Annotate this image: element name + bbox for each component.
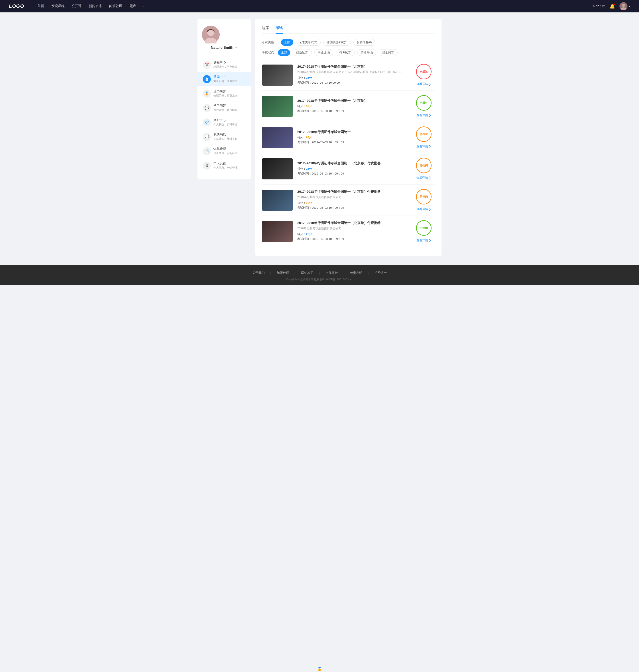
tab-question-bank[interactable]: 题库 [262,26,269,34]
filter-reviewed-status[interactable]: 已批阅(2) [379,49,398,56]
exam-thumb-6 [262,221,293,242]
exam-item-1: 2017–2018年行测证件考试全国统一（北京卷） 2018年行测考试是最值得多… [262,60,435,91]
view-detail-3[interactable]: 查看详情 ❯ [417,145,431,148]
exam-time-4: 考试时间：2019–05–03 10：09：09 [297,172,408,176]
status-stamp-2: 已通过 [416,95,432,111]
filter-cert-type[interactable]: 证书类考试(4) [296,39,321,46]
sidebar-item-account[interactable]: 💎 账户中心 个人权益、实时掌握 [198,115,251,129]
exam-time-6: 考试时间：2019–05–03 10：09：09 [297,237,408,241]
course-title: 课程中心 [214,61,237,65]
filter-paid-type[interactable]: 付费批卷(6) [354,39,375,46]
exam-item-2: 2017–2018年行测证件考试全国统一（北京卷） 得分：99分 考试时间：20… [262,91,435,122]
footer-links: 关于我们｜加盟代理｜网站地图｜合作伙伴｜免责声明｜招贤纳士 [0,271,639,275]
nav-more[interactable]: ··· [143,4,147,9]
exam-action-3: 待考试 查看详情 ❯ [413,126,435,148]
sidebar-item-course[interactable]: 📅 课程中心 精彩课程，不容错过 [198,58,251,72]
order-icon: 📄 [203,147,211,155]
message-sub: 消息通知、及时了解 [214,137,237,141]
status-stamp-3: 待考试 [416,126,432,142]
nav-open[interactable]: 公开课 [72,4,82,9]
exam-status-filter-row: 考试状态 全部 已通过(2) 未通过(2) 待考试(2) 待批阅(2) 已批阅(… [262,49,435,56]
filter-pending-review-status[interactable]: 待批阅(2) [357,49,376,56]
status-stamp-6: 已批阅 [416,220,432,236]
tab-exam[interactable]: 考试 [276,26,283,34]
view-detail-4[interactable]: 查看详情 ❯ [417,176,431,180]
honor-sub: 收获荣誉，持证上岗 [214,94,237,98]
exam-title-6: 2017–2018年行测证件考试全国统一（北京卷）付费批卷 [297,221,408,225]
exam-title-5: 2017–2018年行测证件考试全国统一（北京卷）付费批卷 [297,190,408,194]
page-tabs: 题库 考试 [262,26,435,34]
nav-courses[interactable]: 发现课程 [51,4,65,9]
course-text: 课程中心 精彩课程，不容错过 [214,61,237,69]
exam-item-4: 2017–2018年行测证件考试全国统一（北京卷）付费批卷 得分：25分 考试时… [262,153,435,185]
sidebar-item-order[interactable]: 📄 订单管理 订单支出、明明白白 [198,144,251,158]
exam-desc-1: 2018年行测考试是最值得多去研究 2018年行测考试是最值得多去研究 2018… [297,70,408,74]
filter-pending-exam-status[interactable]: 待考试(2) [336,49,355,56]
footer-link-5[interactable]: 招贤纳士 [374,271,387,275]
exam-thumb-5 [262,190,293,211]
view-detail-1[interactable]: 查看详情 ❯ [417,82,431,86]
user-avatar-wrap[interactable]: ▾ [620,2,630,10]
exam-desc-6: 2018年行测考试是最值得多去研究 [297,226,408,230]
view-detail-6[interactable]: 查看详情 ❯ [417,238,431,242]
nav-bank[interactable]: 题库 [129,4,136,9]
view-detail-2[interactable]: 查看详情 ❯ [417,113,431,117]
sidebar: 🥇 Natalie Smith ✏ 📅 课程中心 精彩课程，不容错过 📋 题库中… [198,19,251,179]
svg-point-1 [622,4,625,7]
nav-news[interactable]: 新闻资讯 [89,4,102,9]
study-qa-title: 学习问答 [214,104,237,108]
sidebar-item-message[interactable]: 💭 我的消息 消息通知、及时了解 [198,129,251,144]
exam-info-6: 2017–2018年行测证件考试全国统一（北京卷）付费批卷 2018年行测考试是… [297,221,408,242]
notification-bell-icon[interactable]: 🔔 [609,3,615,9]
footer-link-3[interactable]: 合作伙伴 [326,271,338,275]
chevron-down-icon: ▾ [629,5,630,8]
filter-passed-status[interactable]: 已通过(2) [293,49,312,56]
edit-profile-icon[interactable]: ✏ [235,46,237,49]
sidebar-item-settings[interactable]: ⚙ 个人设置 个人信息、一键管理 [198,158,251,173]
footer-link-0[interactable]: 关于我们 [252,271,265,275]
exam-type-filter-row: 考试类型： 全部 证书类考试(4) 随机抽题考试(5) 付费批卷(6) [262,39,435,46]
sidebar-item-question-bank[interactable]: 📋 题库中心 海量习题，助力通关 [198,72,251,86]
filter-all-type[interactable]: 全部 [281,39,293,46]
nav-home[interactable]: 首页 [37,4,44,9]
filter-random-type[interactable]: 随机抽题考试(5) [323,39,351,46]
status-stamp-4: 待批阅 [416,158,432,173]
exam-title-1: 2017–2018年行测证件考试全国统一（北京卷） [297,65,408,69]
exam-list: 2017–2018年行测证件考试全国统一（北京卷） 2018年行测考试是最值得多… [262,60,435,247]
honor-text: 证书荣誉 收获荣誉，持证上岗 [214,90,237,98]
study-qa-sub: 课后重温、疑难解答 [214,108,237,112]
medal-icon: 🥇 [317,667,322,672]
exam-item-6: 2017–2018年行测证件考试全国统一（北京卷）付费批卷 2018年行测考试是… [262,216,435,247]
app-download-link[interactable]: APP下载 [593,4,605,8]
filter-failed-status[interactable]: 未通过(2) [314,49,333,56]
exam-info-3: 2017–2018年行测证件考试全国统一 得分：99分 考试时间：2019–05… [297,130,408,145]
footer-divider-5: ｜ [367,271,370,275]
honor-title: 证书荣誉 [214,90,237,93]
status-stamp-1: 未通过 [416,64,432,79]
exam-score-2: 得分：99分 [297,104,408,108]
sidebar-item-study-qa[interactable]: 💬 学习问答 课后重温、疑难解答 [198,101,251,115]
question-bank-sub: 海量习题，助力通关 [214,79,237,83]
exam-time-3: 考试时间：2019–05–03 10：09：09 [297,140,408,144]
filter-all-status[interactable]: 全部 [278,49,290,56]
order-sub: 订单支出、明明白白 [214,151,237,155]
header: LOGO 首页 发现课程 公开课 新闻资讯 问答社区 题库 ··· APP下载 … [0,0,639,12]
exam-time-5: 考试时间：2019–05–03 10：09：09 [297,206,408,210]
footer-link-1[interactable]: 加盟代理 [277,271,289,275]
view-detail-5[interactable]: 查看详情 ❯ [417,207,431,211]
order-text: 订单管理 订单支出、明明白白 [214,147,237,155]
footer-link-2[interactable]: 网站地图 [301,271,313,275]
footer: 关于我们｜加盟代理｜网站地图｜合作伙伴｜免责声明｜招贤纳士 Copyright®… [0,265,639,285]
footer-link-4[interactable]: 免责声明 [350,271,362,275]
profile-name: Natalie Smith [211,46,233,50]
exam-action-2: 已通过 查看详情 ❯ [413,95,435,117]
sidebar-item-honor[interactable]: 🏅 证书荣誉 收获荣誉，持证上岗 [198,86,251,101]
exam-score-5: 得分：99分 [297,201,408,205]
nav-qa[interactable]: 问答社区 [109,4,123,9]
settings-text: 个人设置 个人信息、一键管理 [214,161,237,170]
profile-section: 🥇 Natalie Smith ✏ [198,26,251,55]
exam-title-2: 2017–2018年行测证件考试全国统一（北京卷） [297,99,408,103]
settings-title: 个人设置 [214,161,237,165]
exam-info-1: 2017–2018年行测证件考试全国统一（北京卷） 2018年行测考试是最值得多… [297,65,408,85]
course-sub: 精彩课程，不容错过 [214,65,237,69]
